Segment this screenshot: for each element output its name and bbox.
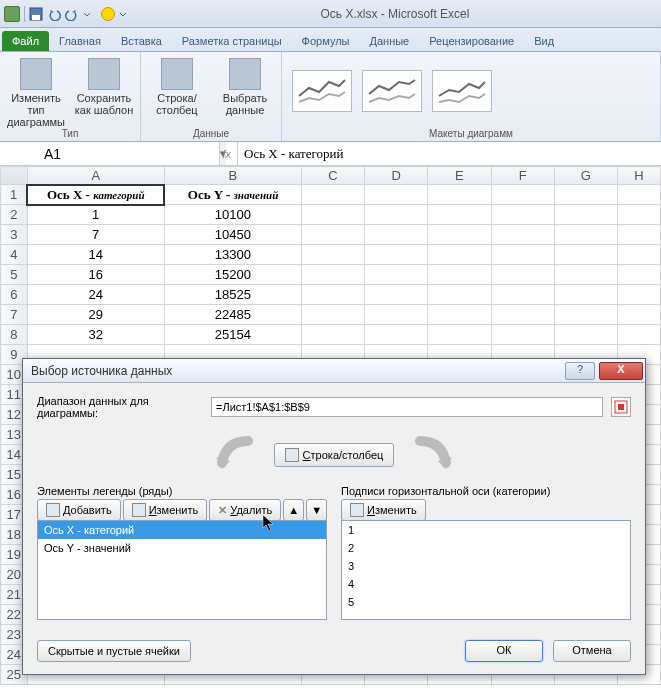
categories-listbox[interactable]: 12345	[341, 520, 631, 620]
cell-E1[interactable]	[428, 185, 491, 205]
cell-D1[interactable]	[365, 185, 428, 205]
cell-D6[interactable]	[365, 285, 428, 305]
cell-B6[interactable]: 18525	[164, 285, 301, 305]
cell-A6[interactable]: 24	[27, 285, 164, 305]
chart-layout-1[interactable]	[292, 70, 352, 112]
select-all-cell[interactable]	[1, 167, 28, 185]
cell-H8[interactable]	[618, 325, 661, 345]
cell-B7[interactable]: 22485	[164, 305, 301, 325]
undo-icon[interactable]	[47, 7, 61, 21]
move-down-button[interactable]: ▼	[306, 499, 327, 521]
qat-dropdown2-icon[interactable]	[119, 7, 133, 21]
tab-formulas[interactable]: Формулы	[292, 31, 360, 51]
cell-F2[interactable]	[491, 205, 554, 225]
hidden-cells-button[interactable]: Скрытые и пустые ячейки	[37, 640, 191, 662]
ok-button[interactable]: ОК	[465, 640, 543, 662]
category-item-2[interactable]: 3	[342, 557, 630, 575]
range-picker-icon[interactable]	[611, 397, 631, 417]
cell-F5[interactable]	[491, 265, 554, 285]
cell-H1[interactable]	[618, 185, 661, 205]
cell-A8[interactable]: 32	[27, 325, 164, 345]
chart-range-input[interactable]	[211, 397, 603, 417]
cell-D4[interactable]	[365, 245, 428, 265]
dialog-help-button[interactable]: ?	[565, 362, 595, 380]
tab-insert[interactable]: Вставка	[111, 31, 172, 51]
cell-C7[interactable]	[301, 305, 364, 325]
col-header-G[interactable]: G	[554, 167, 617, 185]
cell-D3[interactable]	[365, 225, 428, 245]
qat-dropdown-icon[interactable]	[83, 7, 97, 21]
cell-H4[interactable]	[618, 245, 661, 265]
cell-G3[interactable]	[554, 225, 617, 245]
cell-F8[interactable]	[491, 325, 554, 345]
cell-D8[interactable]	[365, 325, 428, 345]
cell-B5[interactable]: 15200	[164, 265, 301, 285]
series-listbox[interactable]: Ось X - категорийОсь Y - значений	[37, 520, 327, 620]
cell-H7[interactable]	[618, 305, 661, 325]
cell-G4[interactable]	[554, 245, 617, 265]
select-data-button[interactable]: Выбрать данные	[215, 54, 275, 116]
cell-A5[interactable]: 16	[27, 265, 164, 285]
cell-E5[interactable]	[428, 265, 491, 285]
cell-G8[interactable]	[554, 325, 617, 345]
cell-E6[interactable]	[428, 285, 491, 305]
cell-E3[interactable]	[428, 225, 491, 245]
cell-B2[interactable]: 10100	[164, 205, 301, 225]
save-icon[interactable]	[29, 7, 43, 21]
delete-series-button[interactable]: ✕Удалить	[209, 499, 281, 521]
name-box[interactable]: ▾	[0, 142, 174, 165]
tab-page-layout[interactable]: Разметка страницы	[172, 31, 292, 51]
save-template-button[interactable]: Сохранить как шаблон	[74, 54, 134, 116]
cell-B8[interactable]: 25154	[164, 325, 301, 345]
row-header-3[interactable]: 3	[1, 225, 28, 245]
category-item-4[interactable]: 5	[342, 593, 630, 611]
category-item-0[interactable]: 1	[342, 521, 630, 539]
tab-review[interactable]: Рецензирование	[419, 31, 524, 51]
col-header-C[interactable]: C	[301, 167, 364, 185]
col-header-H[interactable]: H	[618, 167, 661, 185]
tab-home[interactable]: Главная	[49, 31, 111, 51]
cell-C8[interactable]	[301, 325, 364, 345]
chart-layout-3[interactable]	[432, 70, 492, 112]
cell-G5[interactable]	[554, 265, 617, 285]
redo-icon[interactable]	[65, 7, 79, 21]
cell-A7[interactable]: 29	[27, 305, 164, 325]
cell-A1[interactable]: Ось X - категорий	[27, 185, 164, 205]
cell-A3[interactable]: 7	[27, 225, 164, 245]
cell-A2[interactable]: 1	[27, 205, 164, 225]
col-header-F[interactable]: F	[491, 167, 554, 185]
cell-H2[interactable]	[618, 205, 661, 225]
cell-H6[interactable]	[618, 285, 661, 305]
cell-E8[interactable]	[428, 325, 491, 345]
cell-F6[interactable]	[491, 285, 554, 305]
cell-A4[interactable]: 14	[27, 245, 164, 265]
cell-E2[interactable]	[428, 205, 491, 225]
cell-B3[interactable]: 10450	[164, 225, 301, 245]
tab-file[interactable]: Файл	[2, 31, 49, 51]
col-header-B[interactable]: B	[164, 167, 301, 185]
cell-D2[interactable]	[365, 205, 428, 225]
category-item-1[interactable]: 2	[342, 539, 630, 557]
row-header-2[interactable]: 2	[1, 205, 28, 225]
cell-F3[interactable]	[491, 225, 554, 245]
cell-G1[interactable]	[554, 185, 617, 205]
cell-G6[interactable]	[554, 285, 617, 305]
cell-C4[interactable]	[301, 245, 364, 265]
tab-data[interactable]: Данные	[359, 31, 419, 51]
switch-row-column-button[interactable]: Строка/столбец	[147, 54, 207, 116]
cell-B1[interactable]: Ось Y - значений	[164, 185, 301, 205]
row-header-5[interactable]: 5	[1, 265, 28, 285]
cell-C5[interactable]	[301, 265, 364, 285]
cell-F7[interactable]	[491, 305, 554, 325]
chart-layout-2[interactable]	[362, 70, 422, 112]
cell-B4[interactable]: 13300	[164, 245, 301, 265]
row-header-1[interactable]: 1	[1, 185, 28, 205]
change-chart-type-button[interactable]: Изменить тип диаграммы	[6, 54, 66, 128]
switch-row-column-dialog-button[interactable]: Строка/столбец	[274, 443, 395, 467]
row-header-7[interactable]: 7	[1, 305, 28, 325]
cell-E7[interactable]	[428, 305, 491, 325]
col-header-D[interactable]: D	[365, 167, 428, 185]
row-header-4[interactable]: 4	[1, 245, 28, 265]
cell-C2[interactable]	[301, 205, 364, 225]
series-item-0[interactable]: Ось X - категорий	[38, 521, 326, 539]
